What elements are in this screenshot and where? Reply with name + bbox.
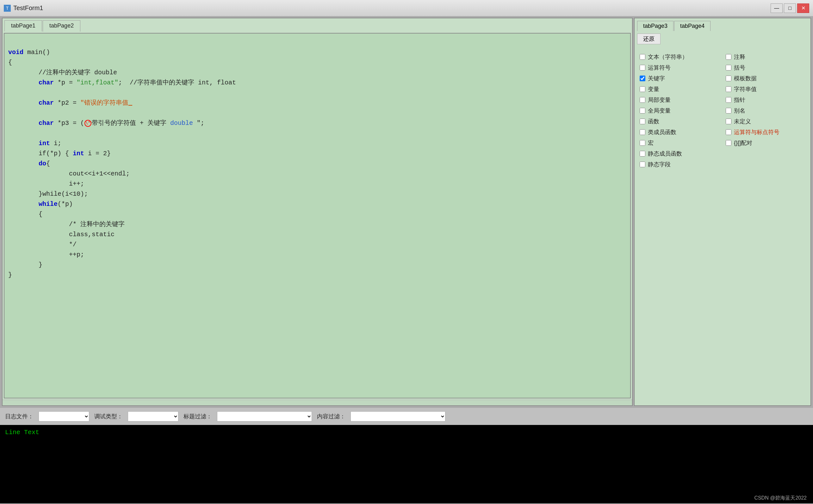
tab-page1[interactable]: tabPage1 [4,20,42,32]
log-file-select[interactable] [39,411,89,421]
checkbox-text[interactable]: 文本（字符串） [640,53,719,61]
restore-button[interactable]: 还原 [637,34,661,44]
code-editor[interactable]: void main() { //注释中的关键字 double char *p =… [4,33,631,398]
title-bar: T TestForm1 — □ ✕ [0,0,813,16]
checkbox-memberfunc[interactable]: 类成员函数 [640,128,719,136]
title-filter-label: 标题过滤： [183,413,212,420]
log-header: Line Text [5,429,808,436]
log-label: 日志文件： [5,413,34,420]
minimize-button[interactable]: — [771,3,783,13]
title-filter-select[interactable] [217,411,312,421]
checkbox-alias[interactable]: 别名 [726,107,805,114]
checkbox-pointer[interactable]: 指针 [726,96,805,104]
maximize-button[interactable]: □ [784,3,796,13]
tab-page3[interactable]: tabPage3 [637,21,674,31]
checkbox-template[interactable]: 模板数据 [726,75,805,82]
app-icon: T [4,5,11,12]
checkbox-variable[interactable]: 变量 [640,85,719,93]
footer: CSDN @碧海蓝天2022 [754,495,807,501]
checkbox-staticmember[interactable]: 静态成员函数 [640,150,719,157]
right-tab-bar: tabPage3 tabPage4 [637,21,808,31]
checkbox-keyword[interactable]: 关键字 [640,75,719,82]
checkbox-operator[interactable]: 运算符号 [640,64,719,71]
checkbox-strval[interactable]: 字符串值 [726,85,805,93]
window-title: TestForm1 [13,4,43,12]
checkbox-grid: 文本（字符串） 注释 运算符号 括号 关键字 模板数据 [637,53,808,168]
bottom-toolbar: 日志文件： 调试类型： 标题过滤： 内容过滤： [0,407,813,425]
checkbox-localvar[interactable]: 局部变量 [640,96,719,104]
debug-label: 调试类型： [94,413,123,420]
tab-page2[interactable]: tabPage2 [43,20,80,32]
left-tab-bar: tabPage1 tabPage2 [3,18,632,32]
checkbox-comment[interactable]: 注释 [726,53,805,61]
checkbox-undef[interactable]: 未定义 [726,118,805,125]
content-filter-select[interactable] [350,411,446,421]
content-filter-label: 内容过滤： [317,413,345,420]
checkbox-bracket[interactable]: 括号 [726,64,805,71]
window-controls: — □ ✕ [771,3,809,13]
checkbox-macro[interactable]: 宏 [640,139,719,147]
log-area: Line Text [0,425,813,503]
checkbox-operpunct[interactable]: 运算符与标点符号 [726,128,805,136]
debug-type-select[interactable] [128,411,178,421]
checkbox-globalvar[interactable]: 全局变量 [640,107,719,114]
checkbox-staticfield[interactable]: 静态字段 [640,161,719,168]
checkbox-bracketmatch[interactable]: {}[]配对 [726,139,805,147]
checkbox-func[interactable]: 函数 [640,118,719,125]
tab-page4[interactable]: tabPage4 [674,21,711,31]
close-button[interactable]: ✕ [797,3,809,13]
